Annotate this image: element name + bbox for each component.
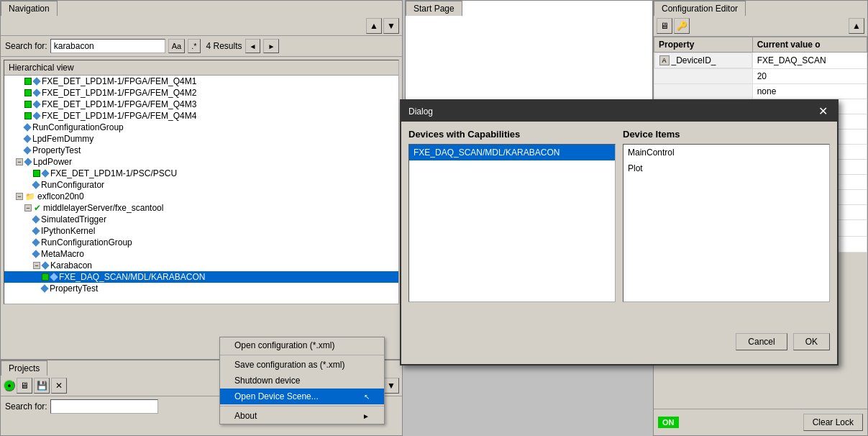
prev-result-button[interactable]: ◄ — [245, 39, 261, 53]
tree-item-meta-macro[interactable]: MetaMacro — [4, 248, 398, 260]
device-icon — [50, 273, 58, 281]
device-icon — [23, 135, 31, 142]
tree-item-run-configurator[interactable]: RunConfigurator — [4, 179, 398, 191]
key-value: _DeviceID_ — [672, 55, 716, 65]
key-icon: A — [659, 55, 670, 65]
tree-item-lpd-power[interactable]: − LpdPower — [4, 156, 398, 168]
tree-item-psc-pscu[interactable]: FXE_DET_LPD1M-1/PSC/PSCU — [4, 168, 398, 179]
config-bottom-bar: ON Clear Lock — [654, 409, 867, 435]
proj-delete-icon[interactable]: ✕ — [51, 378, 67, 394]
device-list-item[interactable]: FXE_DAQ_SCAN/MDL/KARABACON — [409, 145, 615, 160]
proj-save-icon[interactable]: 💾 — [34, 378, 50, 394]
device-icon — [32, 88, 40, 96]
next-result-button[interactable]: ► — [263, 39, 279, 53]
tree-item-exflcon20n0[interactable]: − 📁 exflcon20n0 — [4, 191, 398, 202]
tree-item-property-test2[interactable]: PropertyTest — [4, 283, 398, 294]
dialog-footer: Cancel OK — [401, 327, 837, 356]
status-green-icon — [42, 273, 49, 281]
device-icon — [41, 169, 49, 177]
config-up-icon[interactable]: ▲ — [849, 18, 864, 34]
property-col-header: Property — [654, 37, 753, 53]
device-icon — [32, 112, 40, 119]
dialog-close-button[interactable]: ✕ — [816, 104, 830, 118]
regex-button[interactable]: .* — [188, 39, 200, 53]
folder-icon: 📁 — [25, 192, 35, 201]
tab-config-editor[interactable]: Configuration Editor — [654, 1, 746, 16]
config-icon1[interactable]: 🖥 — [657, 18, 672, 34]
tree-item-ipython-kernel[interactable]: IPythonKernel — [4, 225, 398, 237]
device-icon — [23, 123, 31, 131]
value-cell: FXE_DAQ_SCAN — [752, 53, 867, 69]
dialog: Dialog ✕ Devices with Capabilities FXE_D… — [400, 99, 839, 365]
search-bar: Search for: Aa .* 4 Results ◄ ► — [1, 36, 402, 57]
value-col-header: Current value o — [752, 37, 867, 53]
proj-search-input[interactable] — [50, 399, 158, 414]
tree-item-fpga-q4m1[interactable]: FXE_DET_LPD1M-1/FPGA/FEM_Q4M1 — [4, 76, 398, 87]
ctx-shutdown-device[interactable]: Shutdown device — [220, 373, 384, 389]
devices-section-title: Devices with Capabilities — [408, 129, 616, 140]
navigation-tab-strip: Navigation — [1, 1, 402, 16]
ctx-open-scene[interactable]: Open Device Scene... ↖ — [220, 389, 384, 404]
tree-item-lpd-fem-dummy[interactable]: LpdFemDummy — [4, 133, 398, 145]
search-label: Search for: — [5, 41, 47, 51]
collapse-icon[interactable]: − — [16, 193, 23, 200]
key-cell: A _DeviceID_ — [654, 53, 752, 68]
tree-item-karabacon[interactable]: − Karabacon — [4, 260, 398, 271]
tree-item-fpga-q4m2[interactable]: FXE_DET_LPD1M-1/FPGA/FEM_Q4M2 — [4, 87, 398, 99]
tree-item-simulated-trigger[interactable]: SimulatedTrigger — [4, 214, 398, 225]
tab-navigation[interactable]: Navigation — [1, 1, 58, 16]
tree-item-fpga-q4m3[interactable]: FXE_DET_LPD1M-1/FPGA/FEM_Q4M3 — [4, 99, 398, 110]
aa-button[interactable]: Aa — [168, 39, 185, 53]
tree-item-property-test[interactable]: PropertyTest — [4, 145, 398, 156]
nav-down-icon[interactable]: ▼ — [383, 18, 399, 34]
dialog-title-text: Dialog — [408, 106, 433, 117]
proj-search-label: Search for: — [5, 401, 47, 412]
submenu-arrow-icon: ► — [362, 412, 370, 420]
devices-list[interactable]: FXE_DAQ_SCAN/MDL/KARABACON — [408, 144, 616, 302]
search-results: 4 Results — [206, 41, 242, 51]
items-section: Device Items MainControl Plot — [623, 129, 830, 320]
tree-item-run-cfg-grp[interactable]: RunConfigurationGroup — [4, 122, 398, 133]
items-list[interactable]: MainControl Plot — [623, 144, 830, 302]
search-input[interactable] — [50, 39, 165, 53]
proj-new-icon[interactable]: ● — [4, 380, 15, 391]
key-cell — [654, 84, 753, 99]
ctx-about[interactable]: About ► — [220, 408, 384, 424]
device-icon — [32, 227, 40, 235]
value-cell: 20 — [752, 69, 867, 84]
tree-scroll[interactable]: FXE_DET_LPD1M-1/FPGA/FEM_Q4M1 FXE_DET_LP… — [4, 76, 398, 304]
tab-projects[interactable]: Projects — [1, 360, 47, 376]
proj-down-icon[interactable]: ▼ — [383, 378, 399, 394]
collapse-icon[interactable]: − — [16, 158, 23, 165]
device-icon — [23, 146, 31, 154]
ctx-open-config[interactable]: Open configuration (*.xml) — [220, 337, 384, 353]
start-page-tab-strip: Start Page — [406, 1, 652, 16]
dialog-body: Devices with Capabilities FXE_DAQ_SCAN/M… — [401, 122, 837, 327]
ctx-save-config[interactable]: Save configuration as (*.xml) — [220, 357, 384, 373]
device-icon — [32, 77, 40, 85]
collapse-icon[interactable]: − — [33, 262, 40, 269]
device-item-plot[interactable]: Plot — [623, 160, 829, 176]
collapse-icon[interactable]: − — [24, 204, 32, 212]
proj-open-icon[interactable]: 🖥 — [17, 378, 32, 394]
status-green-icon — [24, 101, 32, 108]
on-status-badge: ON — [658, 417, 679, 428]
nav-up-icon[interactable]: ▲ — [366, 18, 382, 34]
clear-lock-button[interactable]: Clear Lock — [803, 414, 863, 431]
status-green-icon — [24, 89, 32, 96]
device-icon — [32, 181, 40, 189]
navigation-panel: Navigation ▲ ▼ Search for: Aa .* 4 Resul… — [0, 0, 403, 360]
config-icon2[interactable]: 🔑 — [674, 18, 690, 34]
tab-start-page[interactable]: Start Page — [406, 1, 462, 16]
ok-button[interactable]: OK — [793, 333, 830, 350]
check-icon: ✔ — [34, 203, 41, 213]
cancel-button[interactable]: Cancel — [736, 333, 787, 350]
tree-item-fpga-q4m4[interactable]: FXE_DET_LPD1M-1/FPGA/FEM_Q4M4 — [4, 110, 398, 122]
ctx-separator — [220, 355, 384, 355]
tree-item-run-cfg-grp2[interactable]: RunConfigurationGroup — [4, 237, 398, 248]
table-row: A _DeviceID_ FXE_DAQ_SCAN — [654, 53, 867, 69]
tree-item-middlelayer[interactable]: − ✔ middlelayerServer/fxe_scantool — [4, 202, 398, 214]
status-green-icon — [24, 78, 32, 85]
device-item-main-control[interactable]: MainControl — [623, 145, 829, 160]
tree-item-fxe-daq-scan[interactable]: FXE_DAQ_SCAN/MDL/KARABACON — [4, 271, 398, 283]
